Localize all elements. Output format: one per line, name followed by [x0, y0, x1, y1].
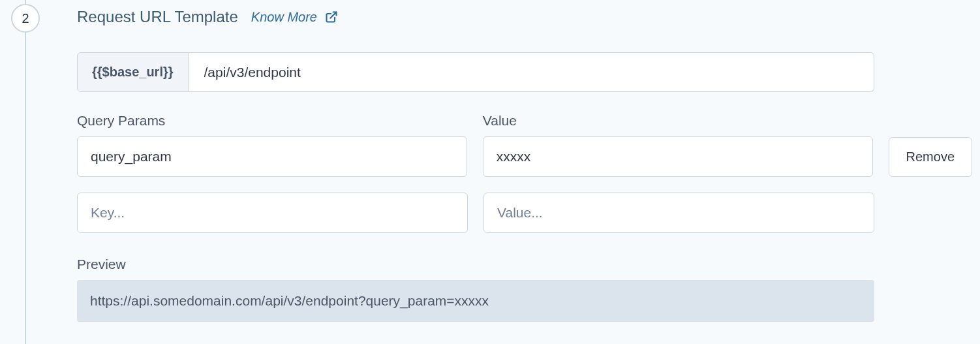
base-url-prefix: {{$base_url}} [77, 52, 189, 92]
section-title: Request URL Template [77, 8, 238, 26]
external-link-icon [325, 10, 338, 23]
query-param-value-input-new[interactable] [483, 193, 874, 233]
svg-line-0 [330, 12, 336, 18]
step-indicator-column: 2 [0, 0, 51, 344]
know-more-label: Know More [251, 10, 317, 25]
preview-label: Preview [77, 257, 874, 272]
query-param-key-input-new[interactable] [77, 193, 468, 233]
query-params-label: Query Params [77, 113, 467, 129]
value-label: Value [483, 113, 873, 129]
step-number-badge: 2 [11, 4, 40, 33]
know-more-link[interactable]: Know More [251, 10, 338, 25]
remove-button[interactable]: Remove [889, 137, 972, 177]
url-template-row: {{$base_url}} [77, 52, 874, 92]
query-param-value-input[interactable] [483, 136, 873, 177]
step-connector-bottom [25, 33, 26, 344]
preview-output: https://api.somedomain.com/api/v3/endpoi… [77, 280, 874, 322]
step-number: 2 [22, 11, 29, 26]
query-param-key-input[interactable] [77, 136, 467, 177]
url-path-input[interactable] [189, 52, 874, 92]
